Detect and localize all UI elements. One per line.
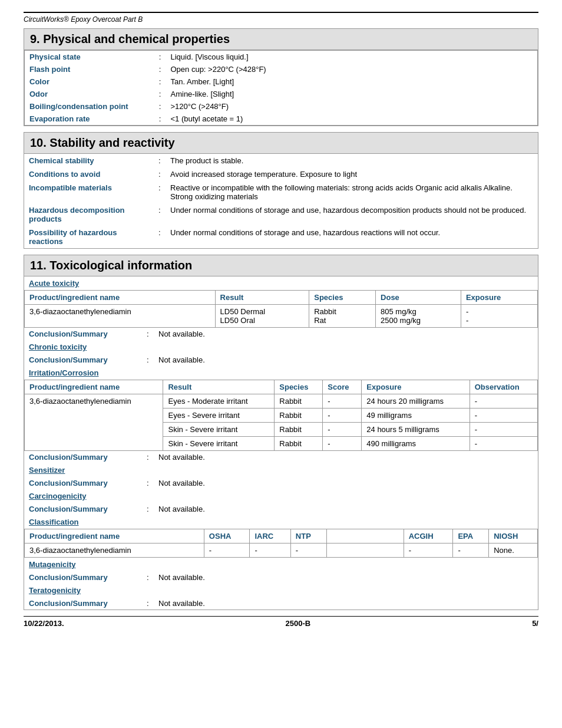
doc-header: CircuitWorks® Epoxy Overcoat Part B [24, 12, 538, 24]
col-observation: Observation [470, 380, 537, 394]
col-product2: Product/ingredient name [25, 380, 163, 394]
col-product: Product/ingredient name [25, 291, 216, 305]
col-epa: EPA [453, 529, 489, 543]
col-exposure2: Exposure [362, 380, 470, 394]
classification-heading[interactable]: Classification [24, 515, 538, 529]
teratogenicity-conclusion-row: Conclusion/Summary : Not available. [24, 597, 538, 610]
col-osha: OSHA [204, 529, 250, 543]
chronic-toxicity-heading[interactable]: Chronic toxicity [24, 340, 538, 354]
table-row: Incompatible materials : Reactive or inc… [24, 181, 538, 203]
section9-content: Physical state : Liquid. [Viscous liquid… [24, 50, 538, 126]
col-species: Species [309, 291, 376, 305]
section11-title: 11. Toxicological information [24, 255, 538, 276]
table-row: Chemical stability : The product is stab… [24, 154, 538, 167]
sensitizer-heading[interactable]: Sensitizer [24, 463, 538, 477]
mutagenicity-heading[interactable]: Mutagenicity [24, 558, 538, 571]
col-acgih: ACGIH [404, 529, 453, 543]
col-ntp: NTP [290, 529, 326, 543]
table-row: Color : Tan. Amber. [Light] [25, 75, 538, 88]
acute-toxicity-heading[interactable]: Acute toxicity [24, 276, 538, 290]
col-exposure: Exposure [461, 291, 537, 305]
col-score: Score [323, 380, 362, 394]
table-row: Physical state : Liquid. [Viscous liquid… [25, 51, 538, 64]
stability-table: Chemical stability : The product is stab… [24, 154, 538, 248]
irritation-table: Product/ingredient name Result Species S… [24, 380, 538, 451]
col-niosh: NIOSH [489, 529, 538, 543]
table-row: 3,6-diazaoctanethylenediamin - - - - - N… [25, 543, 538, 558]
table-row: 3,6-diazaoctanethylenediamin LD50 Dermal… [25, 305, 538, 328]
footer-doc-number: 2500-B [286, 619, 311, 628]
acute-toxicity-table: Product/ingredient name Result Species D… [24, 290, 538, 328]
table-row: Evaporation rate : <1 (butyl acetate = 1… [25, 113, 538, 126]
carcinogenicity-conclusion-row: Conclusion/Summary : Not available. [24, 503, 538, 515]
irritation-conclusion-row: Conclusion/Summary : Not available. [24, 451, 538, 463]
col-result2: Result [163, 380, 275, 394]
section9-title: 9. Physical and chemical properties [24, 28, 538, 50]
footer-page: 5/ [532, 619, 538, 628]
table-row: Conditions to avoid : Avoid increased st… [24, 167, 538, 181]
table-row: Boiling/condensation point : >120°C (>24… [25, 100, 538, 113]
col-species2: Species [275, 380, 323, 394]
carcinogenicity-heading[interactable]: Carcinogenicity [24, 489, 538, 503]
col-spacer [326, 529, 404, 543]
table-row: Possibility of hazardous reactions : Und… [24, 226, 538, 248]
footer-date: 10/22/2013. [24, 619, 64, 628]
irritation-heading[interactable]: Irritation/Corrosion [24, 366, 538, 380]
table-row: Hazardous decomposition products : Under… [24, 203, 538, 226]
table-row: Flash point : Open cup: >220°C (>428°F) [25, 63, 538, 75]
footer: 10/22/2013. 2500-B 5/ [24, 616, 538, 628]
sensitizer-conclusion-row: Conclusion/Summary : Not available. [24, 477, 538, 489]
section11-content: Acute toxicity Product/ingredient name R… [24, 276, 538, 610]
col-iarc: IARC [250, 529, 290, 543]
classification-table: Product/ingredient name OSHA IARC NTP AC… [24, 529, 538, 558]
section10-content: Chemical stability : The product is stab… [24, 154, 538, 249]
col-result: Result [215, 291, 309, 305]
section10-title: 10. Stability and reactivity [24, 132, 538, 154]
acute-conclusion-row: Conclusion/Summary : Not available. [24, 328, 538, 340]
teratogenicity-heading[interactable]: Teratogenicity [24, 584, 538, 597]
table-row: Odor : Amine-like. [Slight] [25, 88, 538, 100]
properties-table: Physical state : Liquid. [Viscous liquid… [24, 50, 538, 126]
table-row: 3,6-diazaoctanethylenediamin Eyes - Mode… [25, 394, 538, 409]
col-product3: Product/ingredient name [25, 529, 204, 543]
col-dose: Dose [376, 291, 461, 305]
chronic-conclusion-row: Conclusion/Summary : Not available. [24, 354, 538, 366]
mutagenicity-conclusion-row: Conclusion/Summary : Not available. [24, 571, 538, 584]
